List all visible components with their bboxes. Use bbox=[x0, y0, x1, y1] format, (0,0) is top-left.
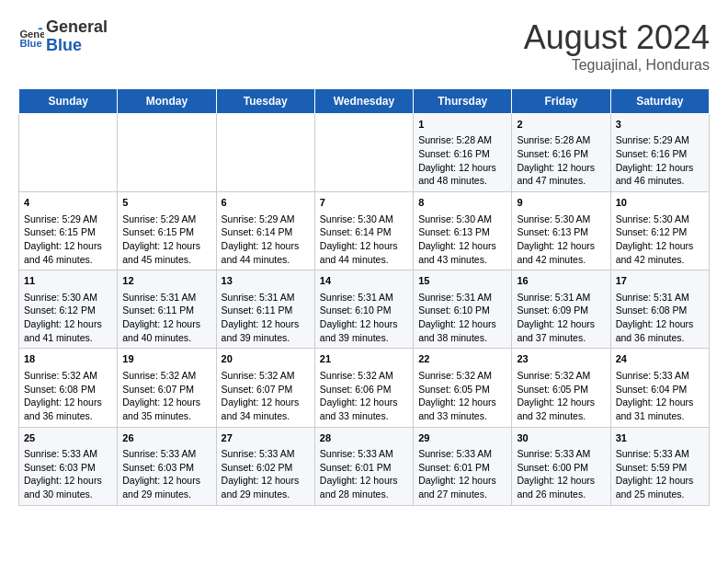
cell-text: Daylight: 12 hours bbox=[517, 317, 605, 331]
cell-text: Sunset: 6:06 PM bbox=[320, 383, 408, 396]
cell-text: and 26 minutes. bbox=[517, 488, 605, 501]
calendar-cell: 13Sunrise: 5:31 AMSunset: 6:11 PMDayligh… bbox=[216, 270, 314, 349]
cell-text: Daylight: 12 hours bbox=[24, 474, 112, 488]
cell-text: Sunset: 6:12 PM bbox=[616, 225, 704, 239]
calendar-cell: 6Sunrise: 5:29 AMSunset: 6:14 PMDaylight… bbox=[216, 192, 314, 270]
day-number: 15 bbox=[418, 274, 506, 288]
cell-text: and 30 minutes. bbox=[24, 488, 112, 501]
day-number: 19 bbox=[122, 352, 210, 366]
cell-text: Sunset: 6:04 PM bbox=[616, 383, 704, 396]
day-number: 12 bbox=[122, 274, 210, 288]
cell-text: Sunrise: 5:31 AM bbox=[616, 291, 704, 304]
day-number: 3 bbox=[616, 118, 704, 132]
calendar-cell: 3Sunrise: 5:29 AMSunset: 6:16 PMDaylight… bbox=[610, 114, 709, 192]
calendar-cell: 16Sunrise: 5:31 AMSunset: 6:09 PMDayligh… bbox=[512, 270, 610, 349]
cell-text: and 38 minutes. bbox=[418, 331, 506, 345]
cell-text: Daylight: 12 hours bbox=[418, 161, 506, 175]
day-number: 10 bbox=[616, 196, 704, 210]
weekday-header-wednesday: Wednesday bbox=[314, 89, 413, 114]
weekday-header-saturday: Saturday bbox=[610, 89, 709, 114]
calendar-cell bbox=[314, 114, 413, 192]
cell-text: Sunrise: 5:28 AM bbox=[517, 133, 605, 147]
cell-text: Daylight: 12 hours bbox=[122, 396, 210, 409]
cell-text: Sunset: 6:10 PM bbox=[320, 304, 408, 317]
cell-text: Sunset: 6:07 PM bbox=[122, 383, 210, 396]
cell-text: Sunrise: 5:33 AM bbox=[418, 447, 506, 461]
cell-text: Daylight: 12 hours bbox=[517, 474, 605, 488]
cell-text: Sunset: 6:01 PM bbox=[320, 461, 408, 475]
calendar-table: SundayMondayTuesdayWednesdayThursdayFrid… bbox=[18, 88, 710, 506]
cell-text: and 25 minutes. bbox=[616, 488, 704, 501]
cell-text: and 34 minutes. bbox=[222, 409, 310, 423]
calendar-cell: 21Sunrise: 5:32 AMSunset: 6:06 PMDayligh… bbox=[314, 349, 413, 427]
calendar-cell: 31Sunrise: 5:33 AMSunset: 5:59 PMDayligh… bbox=[610, 427, 709, 505]
cell-text: Sunrise: 5:32 AM bbox=[418, 369, 506, 383]
cell-text: Sunset: 6:13 PM bbox=[517, 225, 605, 239]
cell-text: Sunrise: 5:30 AM bbox=[24, 291, 112, 304]
cell-text: and 33 minutes. bbox=[320, 409, 408, 423]
day-number: 30 bbox=[517, 431, 605, 445]
logo: General Blue General Blue bbox=[18, 18, 108, 55]
cell-text: Sunset: 6:03 PM bbox=[24, 461, 112, 475]
calendar-cell: 23Sunrise: 5:32 AMSunset: 6:05 PMDayligh… bbox=[512, 349, 610, 427]
cell-text: Sunrise: 5:32 AM bbox=[122, 369, 210, 383]
cell-text: Sunset: 6:00 PM bbox=[517, 461, 605, 475]
cell-text: Daylight: 12 hours bbox=[616, 317, 704, 331]
calendar-body: 1Sunrise: 5:28 AMSunset: 6:16 PMDaylight… bbox=[19, 114, 710, 506]
weekday-header-monday: Monday bbox=[118, 89, 216, 114]
cell-text: and 31 minutes. bbox=[616, 409, 704, 423]
calendar-week-1: 1Sunrise: 5:28 AMSunset: 6:16 PMDaylight… bbox=[19, 114, 710, 192]
cell-text: Sunset: 6:05 PM bbox=[418, 383, 506, 396]
calendar-cell bbox=[118, 114, 216, 192]
cell-text: Sunrise: 5:32 AM bbox=[320, 369, 408, 383]
calendar-cell: 20Sunrise: 5:32 AMSunset: 6:07 PMDayligh… bbox=[216, 349, 314, 427]
cell-text: Daylight: 12 hours bbox=[616, 396, 704, 409]
cell-text: Sunrise: 5:31 AM bbox=[517, 291, 605, 304]
calendar-cell: 30Sunrise: 5:33 AMSunset: 6:00 PMDayligh… bbox=[512, 427, 610, 505]
day-number: 29 bbox=[418, 431, 506, 445]
cell-text: and 44 minutes. bbox=[222, 253, 310, 267]
day-number: 5 bbox=[122, 196, 210, 210]
cell-text: and 46 minutes. bbox=[24, 253, 112, 267]
cell-text: and 29 minutes. bbox=[122, 488, 210, 501]
cell-text: Daylight: 12 hours bbox=[24, 317, 112, 331]
calendar-week-3: 11Sunrise: 5:30 AMSunset: 6:12 PMDayligh… bbox=[19, 270, 710, 349]
cell-text: Daylight: 12 hours bbox=[320, 396, 408, 409]
cell-text: and 28 minutes. bbox=[320, 488, 408, 501]
cell-text: Sunset: 6:08 PM bbox=[24, 383, 112, 396]
cell-text: Sunset: 6:08 PM bbox=[616, 304, 704, 317]
cell-text: and 37 minutes. bbox=[517, 331, 605, 345]
cell-text: and 35 minutes. bbox=[122, 409, 210, 423]
calendar-cell: 22Sunrise: 5:32 AMSunset: 6:05 PMDayligh… bbox=[414, 349, 512, 427]
day-number: 4 bbox=[24, 196, 112, 210]
cell-text: Sunset: 6:16 PM bbox=[616, 147, 704, 161]
cell-text: Sunset: 6:13 PM bbox=[418, 225, 506, 239]
cell-text: and 44 minutes. bbox=[320, 253, 408, 267]
cell-text: Sunset: 6:15 PM bbox=[24, 225, 112, 239]
calendar-cell: 1Sunrise: 5:28 AMSunset: 6:16 PMDaylight… bbox=[414, 114, 512, 192]
cell-text: Sunset: 6:10 PM bbox=[418, 304, 506, 317]
cell-text: Daylight: 12 hours bbox=[222, 239, 310, 253]
calendar-cell: 10Sunrise: 5:30 AMSunset: 6:12 PMDayligh… bbox=[610, 192, 709, 270]
cell-text: Sunrise: 5:30 AM bbox=[517, 213, 605, 226]
cell-text: Daylight: 12 hours bbox=[222, 317, 310, 331]
cell-text: and 33 minutes. bbox=[418, 409, 506, 423]
cell-text: Sunrise: 5:30 AM bbox=[418, 213, 506, 226]
calendar-cell bbox=[19, 114, 118, 192]
cell-text: Daylight: 12 hours bbox=[616, 239, 704, 253]
cell-text: and 46 minutes. bbox=[616, 174, 704, 188]
calendar-cell: 28Sunrise: 5:33 AMSunset: 6:01 PMDayligh… bbox=[314, 427, 413, 505]
cell-text: Sunset: 6:11 PM bbox=[222, 304, 310, 317]
calendar-cell: 7Sunrise: 5:30 AMSunset: 6:14 PMDaylight… bbox=[314, 192, 413, 270]
calendar-cell: 5Sunrise: 5:29 AMSunset: 6:15 PMDaylight… bbox=[118, 192, 216, 270]
cell-text: Daylight: 12 hours bbox=[320, 317, 408, 331]
cell-text: Daylight: 12 hours bbox=[24, 396, 112, 409]
day-number: 28 bbox=[320, 431, 408, 445]
cell-text: Sunset: 6:05 PM bbox=[517, 383, 605, 396]
day-number: 27 bbox=[222, 431, 310, 445]
cell-text: Sunrise: 5:33 AM bbox=[222, 447, 310, 461]
cell-text: Daylight: 12 hours bbox=[418, 317, 506, 331]
calendar-cell: 9Sunrise: 5:30 AMSunset: 6:13 PMDaylight… bbox=[512, 192, 610, 270]
cell-text: Sunrise: 5:30 AM bbox=[616, 213, 704, 226]
cell-text: Sunset: 6:14 PM bbox=[222, 225, 310, 239]
